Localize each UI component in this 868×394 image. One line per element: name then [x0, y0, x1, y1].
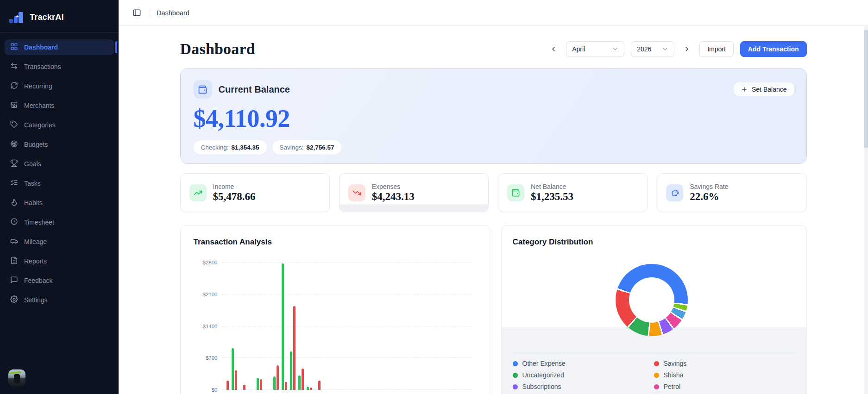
sidebar-item-mileage[interactable]: Mileage	[5, 234, 114, 250]
sidebar-item-categories[interactable]: Categories	[5, 117, 114, 133]
set-balance-button[interactable]: Set Balance	[734, 82, 794, 96]
panel-left-icon	[132, 8, 141, 17]
bar-income-day-7	[273, 376, 276, 390]
sidebar-item-dashboard[interactable]: Dashboard	[5, 39, 114, 55]
checking-balance-pill: Checking: $1,354.35	[194, 140, 267, 155]
sidebar-item-timesheet[interactable]: Timesheet	[5, 214, 114, 230]
page-title: Dashboard	[180, 40, 255, 58]
topbar-divider	[150, 9, 150, 17]
sidebar-item-feedback[interactable]: Feedback	[5, 273, 114, 288]
stat-value: $4,243.13	[372, 191, 415, 203]
legend-item[interactable]: Uncategorized	[513, 371, 654, 379]
period-controls: April 2026 Import Add Transaction	[547, 41, 806, 57]
flame-icon	[10, 198, 18, 207]
scrollbar-thumb[interactable]	[864, 30, 868, 148]
logo-bars-icon: ✦	[9, 10, 25, 24]
donut-chart	[616, 264, 688, 336]
list-checks-icon	[10, 179, 18, 188]
stat-value: $5,478.66	[213, 191, 256, 203]
bar-chart-plot: $0$700$1400$2100$2800	[222, 263, 472, 390]
legend-dot	[513, 373, 518, 378]
sidebar-item-tasks[interactable]: Tasks	[5, 175, 114, 191]
month-select-value: April	[572, 45, 608, 53]
scrollbar-track[interactable]	[864, 26, 868, 394]
sidebar-item-label: Mileage	[24, 238, 47, 245]
piggy-bank-icon	[666, 184, 683, 201]
bar-income-day-11	[307, 387, 309, 390]
savings-balance-pill: Savings: $2,756.57	[272, 140, 342, 155]
legend-item[interactable]: Other Expense	[513, 359, 654, 368]
app-window: ✦ TrackrAI Dashboard Transactions Recurr…	[0, 0, 868, 394]
legend-item[interactable]: Savings	[654, 359, 795, 368]
sidebar-nav: Dashboard Transactions Recurring Merchan…	[0, 38, 119, 394]
sidebar-item-label: Reports	[24, 257, 47, 265]
sidebar-item-transactions[interactable]: Transactions	[5, 59, 114, 75]
car-icon	[10, 237, 18, 246]
wallet-icon	[507, 184, 524, 201]
month-select[interactable]: April	[566, 41, 624, 57]
legend-item[interactable]: Shisha	[654, 371, 795, 379]
legend-dot	[513, 384, 518, 389]
sidebar-item-label: Recurring	[24, 82, 52, 90]
bar-expenses-day-1	[226, 381, 229, 390]
sidebar-item-label: Habits	[24, 199, 43, 206]
dashboard-grid-icon	[10, 43, 18, 52]
sidebar-item-label: Budgets	[24, 141, 48, 148]
gear-icon	[10, 295, 18, 305]
chevron-down-icon	[612, 46, 618, 52]
bar-expenses-day-3	[243, 385, 245, 390]
sidebar-item-merchants[interactable]: Merchants	[5, 98, 114, 113]
sidebar-item-recurring[interactable]: Recurring	[5, 78, 114, 94]
import-button[interactable]: Import	[699, 41, 734, 57]
sidebar-toggle-button[interactable]	[130, 6, 143, 19]
prev-month-button[interactable]	[547, 43, 560, 55]
charts-row: Transaction Analysis $0$700$1400$2100$28…	[180, 225, 807, 394]
bar-expenses-day-11	[310, 388, 312, 390]
sidebar-item-label: Feedback	[24, 277, 52, 284]
expenses-stat-card: Expenses $4,243.13	[339, 173, 489, 212]
sidebar-item-reports[interactable]: Reports	[5, 253, 114, 269]
sidebar-item-label: Dashboard	[24, 44, 58, 51]
category-distribution-card: Category Distribution Other Expense Savi…	[501, 225, 807, 394]
legend-dot	[654, 384, 659, 389]
year-select[interactable]: 2026	[631, 41, 674, 57]
sidebar-item-habits[interactable]: Habits	[5, 195, 114, 211]
stat-label: Expenses	[372, 183, 415, 190]
stat-value: $1,235.53	[531, 191, 573, 203]
legend-dot	[513, 361, 518, 366]
legend-item[interactable]: Subscriptions	[513, 382, 654, 391]
sidebar-item-settings[interactable]: Settings	[5, 292, 114, 308]
legend-item[interactable]: Petrol	[654, 382, 795, 391]
add-transaction-button[interactable]: Add Transaction	[740, 41, 807, 57]
bar-expenses-day-2	[235, 370, 237, 390]
bar-expenses-day-9	[293, 306, 296, 390]
savings-rate-stat-card: Savings Rate 22.6%	[657, 173, 806, 212]
target-icon	[10, 140, 18, 149]
clock-icon	[10, 218, 18, 227]
stat-label: Income	[213, 183, 256, 190]
bar-income-day-8	[282, 263, 284, 390]
main-area: Dashboard Dashboard April 2026	[119, 0, 868, 394]
sidebar-item-label: Categories	[24, 121, 56, 129]
year-select-value: 2026	[637, 45, 658, 53]
refresh-icon	[10, 81, 18, 91]
sidebar-item-label: Transactions	[24, 63, 61, 70]
bar-income-day-5	[257, 378, 259, 390]
user-avatar[interactable]	[8, 369, 25, 387]
plus-icon	[741, 86, 748, 93]
sidebar-item-goals[interactable]: Goals	[5, 156, 114, 172]
sidebar-item-budgets[interactable]: Budgets	[5, 137, 114, 152]
message-square-icon	[10, 276, 18, 285]
transaction-analysis-title: Transaction Analysis	[194, 238, 477, 247]
next-month-button[interactable]	[681, 43, 693, 55]
stat-label: Net Balance	[531, 183, 573, 190]
bar-expenses-day-5	[260, 379, 262, 390]
legend-dot	[654, 361, 659, 366]
category-legend-panel: Other Expense Savings Uncategorized Shis…	[502, 327, 806, 394]
sidebar-item-label: Settings	[24, 296, 48, 304]
active-indicator	[115, 41, 117, 53]
dashboard-content: Dashboard April 2026	[180, 26, 807, 394]
bar-expenses-day-10	[302, 369, 304, 390]
file-text-icon	[10, 256, 18, 266]
sidebar-item-label: Merchants	[24, 102, 54, 109]
